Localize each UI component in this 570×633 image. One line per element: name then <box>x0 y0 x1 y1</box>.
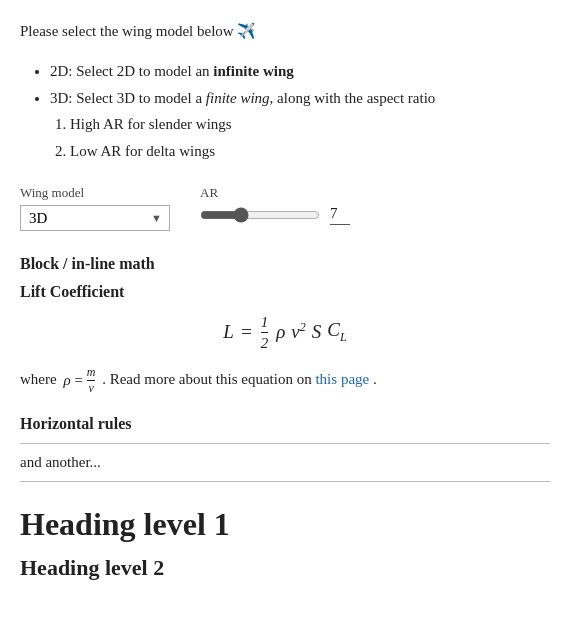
bullet-2d-prefix: 2D: Select 2D to model an <box>50 63 213 79</box>
ar-value-display: 7 <box>330 205 350 225</box>
wing-model-select-wrapper: 2D 3D ▼ <box>20 205 170 231</box>
horizontal-rule-2 <box>20 481 550 482</box>
math-half: 1 2 <box>261 313 269 352</box>
bullet-3d: 3D: Select 3D to model a finite wing, al… <box>50 86 550 165</box>
this-page-link[interactable]: this page <box>315 371 369 387</box>
ar-label: AR <box>200 185 350 201</box>
ar-slider[interactable] <box>200 207 320 223</box>
math-equals: = <box>240 321 253 343</box>
intro-text: Please select the wing model below ✈️ <box>20 20 550 43</box>
inline-after-text: . Read more about this equation on <box>102 371 315 387</box>
math-rho: ρ <box>276 321 285 343</box>
inline-where: where <box>20 371 60 387</box>
lift-equation: L = 1 2 ρ v2 S CL <box>223 313 346 352</box>
and-another-text: and another... <box>20 454 550 471</box>
math-S: S <box>312 321 322 343</box>
bullet-3d-italic: finite wing, <box>206 90 274 106</box>
horizontal-rules-heading: Horizontal rules <box>20 415 550 433</box>
wing-model-group: Wing model 2D 3D ▼ <box>20 185 170 231</box>
bullet-2d-bold: infinite wing <box>213 63 293 79</box>
inline-rho-eq: ρ = m v <box>63 366 95 395</box>
bullet-3d-prefix: 3D: Select 3D to model a <box>50 90 206 106</box>
ar-slider-row: 7 <box>200 205 350 225</box>
math-CL: CL <box>327 319 346 345</box>
heading-level-2: Heading level 2 <box>20 555 550 581</box>
controls-row: Wing model 2D 3D ▼ AR 7 <box>20 185 550 231</box>
math-v2: v2 <box>291 320 305 343</box>
wing-model-label: Wing model <box>20 185 170 201</box>
inline-eq: = <box>74 368 84 392</box>
bullet-2d: 2D: Select 2D to model an infinite wing <box>50 59 550 85</box>
inline-period: . <box>373 371 377 387</box>
lift-coeff-label: Lift Coefficient <box>20 283 550 301</box>
inline-fraction: m v <box>87 366 96 395</box>
bullet-3d-rest: along with the aspect ratio <box>273 90 435 106</box>
inline-math-text: where ρ = m v . Read more about this equ… <box>20 366 550 395</box>
wing-model-select[interactable]: 2D 3D <box>20 205 170 231</box>
bullet-list: 2D: Select 2D to model an infinite wing … <box>50 59 550 165</box>
heading-level-1: Heading level 1 <box>20 506 550 543</box>
math-L: L <box>223 321 234 343</box>
block-math-heading: Block / in-line math <box>20 255 550 273</box>
inline-rho: ρ <box>63 368 70 392</box>
sub-list-item-2: Low AR for delta wings <box>70 139 550 165</box>
ar-group: AR 7 <box>200 185 350 225</box>
horizontal-rule-1 <box>20 443 550 444</box>
sub-list: High AR for slender wings Low AR for del… <box>70 112 550 165</box>
math-formula-block: L = 1 2 ρ v2 S CL <box>20 313 550 352</box>
sub-list-item-1: High AR for slender wings <box>70 112 550 138</box>
